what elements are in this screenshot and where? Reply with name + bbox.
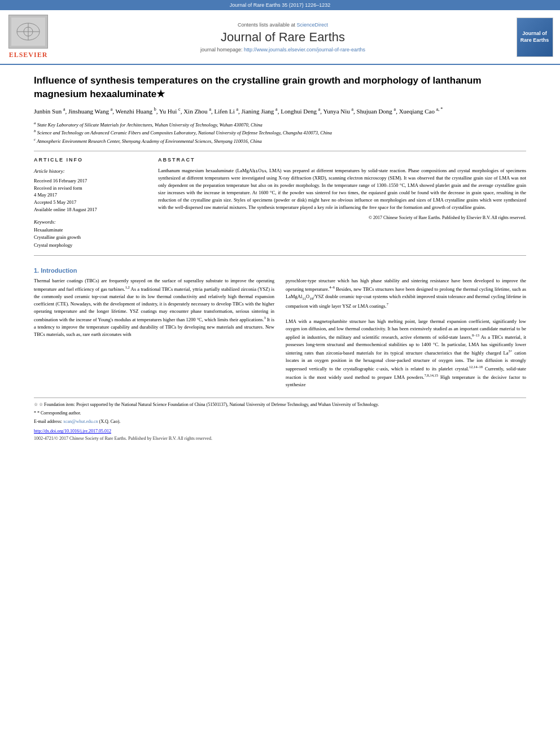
author-2: Jinshuang Wang a, (68, 108, 116, 115)
sciencedirect-label: Contents lists available at ScienceDirec… (238, 22, 328, 28)
intro-heading: 1. Introduction (34, 267, 526, 274)
abstract-label: ABSTRACT (158, 157, 526, 163)
author-3: Wenzhi Huang b, (116, 108, 159, 115)
intro-right-col: pyrochlore-type structure which has high… (286, 277, 526, 389)
journal-logo-inner-text: Journal ofRare Earths (520, 30, 549, 43)
journal-reference-text: Journal of Rare Earths 35 (2017) 1226–12… (230, 2, 331, 8)
main-content: Influence of synthesis temperatures on t… (0, 65, 560, 450)
sciencedirect-link[interactable]: ScienceDirect (297, 22, 329, 28)
intro-two-col: Thermal barrier coatings (TBCs) are freq… (34, 277, 526, 389)
email-link[interactable]: xcan@whut.edu.cn (63, 419, 98, 424)
keyword-3: Crystal morphology (34, 242, 147, 250)
journal-main-title: Journal of Rare Earths (221, 30, 345, 45)
keywords-section: Keywords: Hexaaluminate Crystalline grai… (34, 219, 147, 250)
elsevier-brand-text: ELSEVIER (9, 51, 48, 59)
journal-logo-box: Journal ofRare Earths (517, 18, 553, 57)
affiliation-b: b Science and Technology on Advanced Cer… (34, 128, 526, 137)
accepted-date: Accepted 5 May 2017 (34, 199, 147, 206)
doi-link: http://dx.doi.org/10.1016/j.jre.2017.05.… (34, 429, 526, 434)
article-history-heading: Article history: (34, 167, 147, 175)
journal-reference-bar: Journal of Rare Earths 35 (2017) 1226–12… (0, 0, 560, 10)
footnote-section: ☆ ☆ Foundation item: Project supported b… (34, 397, 526, 425)
doi-anchor[interactable]: http://dx.doi.org/10.1016/j.jre.2017.05.… (34, 429, 111, 434)
article-history: Article history: Received 16 February 20… (34, 167, 147, 213)
author-7: Jianing Jiang a, (242, 108, 281, 115)
keywords-heading: Keywords: (34, 219, 147, 225)
divider (34, 151, 526, 151)
author-8: Longhui Deng a, (281, 108, 323, 115)
intro-left-text: Thermal barrier coatings (TBCs) are freq… (34, 277, 274, 339)
keyword-1: Hexaaluminate (34, 226, 147, 234)
keyword-2: Crystalline grain growth (34, 234, 147, 242)
journal-logo-right: Journal ofRare Earths (515, 15, 554, 59)
author-9: Yunya Niu a, (323, 108, 356, 115)
journal-header-center: Contents lists available at ScienceDirec… (56, 15, 509, 59)
abstract-text: Lanthanum magnesium hexaaluminate (LaMgA… (158, 167, 526, 212)
elsevier-logo-section: ELSEVIER (6, 15, 51, 59)
author-10: Shujuan Dong a, (357, 108, 399, 115)
affiliation-c: c Atmospheric Environment Research Cente… (34, 137, 526, 145)
authors-line: Junbin Sun a, Jinshuang Wang a, Wenzhi H… (34, 107, 526, 117)
corresponding-author-footnote: * * Corresponding author. (34, 410, 526, 417)
final-copyright: 1002-4721/© 2017 Chinese Society of Rare… (34, 436, 526, 441)
article-info-label: ARTICLE INFO (34, 157, 147, 163)
affiliations: a State Key Laboratory of Silicate Mater… (34, 120, 526, 145)
intro-left-col: Thermal barrier coatings (TBCs) are freq… (34, 277, 274, 389)
foundation-item-footnote: ☆ ☆ Foundation item: Project supported b… (34, 401, 526, 408)
abstract-col: ABSTRACT Lanthanum magnesium hexaalumina… (158, 157, 526, 250)
journal-homepage: journal homepage: http://www.journals.el… (200, 47, 365, 53)
email-footnote: E-mail address: xcan@whut.edu.cn (X.Q. C… (34, 418, 526, 425)
journal-header: ELSEVIER Contents lists available at Sci… (0, 10, 560, 65)
available-date: Available online 18 August 2017 (34, 206, 147, 213)
article-title: Influence of synthesis temperatures on t… (34, 74, 526, 101)
author-5: Xin Zhou a, (183, 108, 214, 115)
author-4: Yu Hui c, (159, 108, 183, 115)
author-11: Xueqiang Cao a, * (399, 108, 443, 115)
author-6: Lifen Li a, (214, 108, 241, 115)
author-1: Junbin Sun a, (34, 108, 68, 115)
received-revised-label: Received in revised form (34, 185, 147, 192)
intro-right-text: pyrochlore-type structure which has high… (286, 277, 526, 389)
divider-2 (34, 255, 526, 256)
elsevier-decorative-image (8, 15, 48, 49)
affiliation-a: a State Key Laboratory of Silicate Mater… (34, 120, 526, 129)
revised-date: 4 May 2017 (34, 191, 147, 199)
abstract-copyright: © 2017 Chinese Society of Rare Earths. P… (158, 215, 526, 220)
article-info-col: ARTICLE INFO Article history: Received 1… (34, 157, 147, 250)
introduction-section: 1. Introduction Thermal barrier coatings… (34, 267, 526, 389)
article-info-abstract: ARTICLE INFO Article history: Received 1… (34, 157, 526, 250)
homepage-link[interactable]: http://www.journals.elsevier.com/journal… (244, 47, 365, 53)
received-date: Received 16 February 2017 (34, 177, 147, 185)
